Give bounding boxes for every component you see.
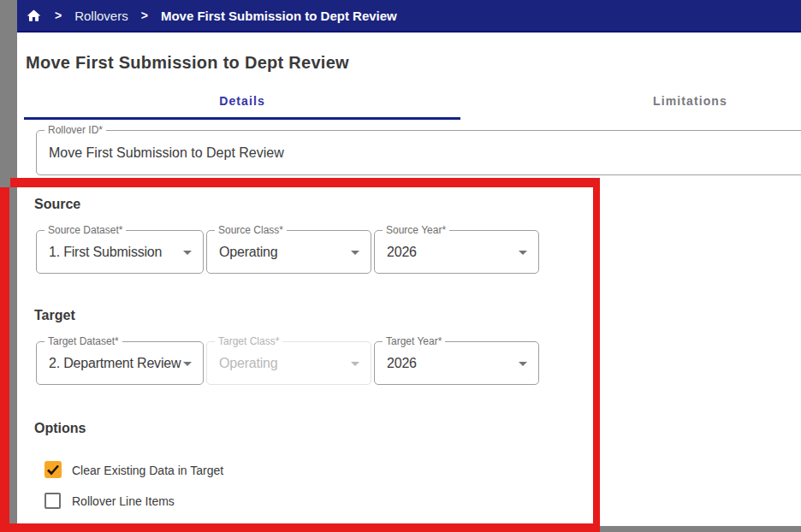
target-dataset-label: Target Dataset* xyxy=(44,336,122,347)
source-year-select[interactable]: Source Year* 2026 xyxy=(374,230,539,274)
target-year-select[interactable]: Target Year* 2026 xyxy=(374,341,539,385)
checkbox-rollover-line-items[interactable] xyxy=(44,493,61,509)
tab-bar: Details Limitations xyxy=(24,86,801,117)
source-class-label: Source Class* xyxy=(215,225,287,236)
target-class-value: Operating xyxy=(219,342,371,384)
source-dataset-value: 1. First Submission xyxy=(49,231,203,273)
breadcrumb: > Rollovers > Move First Submission to D… xyxy=(17,0,801,33)
target-year-label: Target Year* xyxy=(383,336,445,347)
target-year-value: 2026 xyxy=(387,342,538,384)
dropdown-arrow-icon xyxy=(519,362,527,366)
page: > Rollovers > Move First Submission to D… xyxy=(0,0,801,532)
tab-limitations[interactable]: Limitations xyxy=(460,86,801,117)
checkbox-clear-existing-data[interactable] xyxy=(44,461,62,478)
dropdown-arrow-icon xyxy=(519,251,527,255)
checkbox-rollover-line-items-label: Rollover Line Items xyxy=(72,494,175,508)
checkmark-icon xyxy=(44,461,62,478)
checkbox-clear-existing-data-label: Clear Existing Data in Target xyxy=(72,464,223,477)
window-edge-bottom xyxy=(0,526,801,532)
tab-details[interactable]: Details xyxy=(24,86,460,117)
source-dataset-label: Source Dataset* xyxy=(44,225,126,236)
source-year-label: Source Year* xyxy=(383,225,449,236)
rollover-id-field[interactable]: Rollover ID* Move First Submission to De… xyxy=(36,130,801,175)
rollover-id-value: Move First Submission to Dept Review xyxy=(49,131,801,174)
source-year-value: 2026 xyxy=(387,231,538,273)
rollover-id-label: Rollover ID* xyxy=(44,125,106,136)
breadcrumb-link-rollovers[interactable]: Rollovers xyxy=(74,9,128,23)
source-dataset-select[interactable]: Source Dataset* 1. First Submission xyxy=(36,230,204,274)
dropdown-arrow-icon xyxy=(183,362,192,366)
active-tab-indicator xyxy=(24,117,460,120)
breadcrumb-separator: > xyxy=(55,9,62,22)
target-class-label: Target Class* xyxy=(215,336,282,347)
window-edge-left xyxy=(0,0,17,532)
breadcrumb-current: Move First Submission to Dept Review xyxy=(161,9,397,23)
annotation-highlight-rectangle-right xyxy=(593,178,600,525)
home-icon[interactable] xyxy=(26,8,42,24)
page-title: Move First Submission to Dept Review xyxy=(26,53,349,73)
dropdown-arrow-icon xyxy=(183,251,192,255)
target-class-select: Target Class* Operating xyxy=(206,341,371,385)
source-class-select[interactable]: Source Class* Operating xyxy=(206,230,371,274)
source-heading: Source xyxy=(34,197,80,212)
target-dataset-select[interactable]: Target Dataset* 2. Department Review xyxy=(36,341,204,385)
dropdown-arrow-icon xyxy=(351,362,359,366)
dropdown-arrow-icon xyxy=(351,251,359,255)
breadcrumb-separator: > xyxy=(141,9,148,22)
options-heading: Options xyxy=(34,421,86,436)
annotation-highlight-rectangle xyxy=(10,178,600,187)
source-class-value: Operating xyxy=(219,231,371,273)
target-dataset-value: 2. Department Review xyxy=(49,342,203,384)
target-heading: Target xyxy=(34,308,75,323)
